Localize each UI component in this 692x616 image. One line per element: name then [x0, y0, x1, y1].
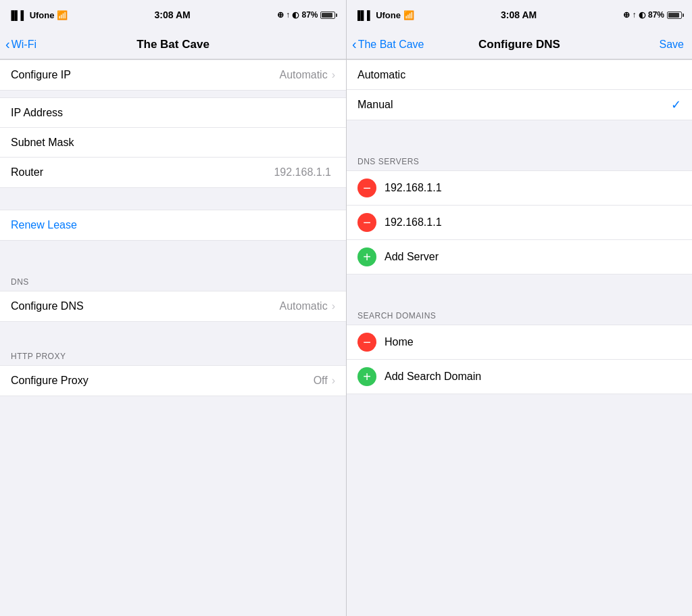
back-button-right[interactable]: ‹ The Bat Cave [352, 38, 424, 51]
dns-mode-group: Automatic Manual ✓ [347, 60, 692, 120]
add-server-icon[interactable]: + [357, 247, 376, 266]
minus-icon-0: − [363, 181, 371, 195]
dns-servers-header: DNS SERVERS [347, 142, 692, 170]
dns-mode-automatic-label: Automatic [357, 69, 681, 81]
configure-ip-label: Configure IP [11, 69, 280, 81]
battery-percent-right: 87% [648, 10, 664, 20]
remove-dns-server-1-icon[interactable]: − [357, 213, 376, 232]
ip-address-label: IP Address [11, 107, 335, 119]
configure-dns-row[interactable]: Configure DNS Automatic › [0, 291, 346, 321]
panel-left: ‹ Wi-Fi The Bat Cave Configure IP Automa… [0, 30, 346, 616]
location-icon-left: ⊕ ↑ ◐ [277, 10, 299, 20]
spacer-r1 [347, 120, 692, 127]
add-server-label: Add Server [385, 251, 681, 263]
ip-address-row: IP Address [0, 98, 346, 128]
dns-mode-automatic-row[interactable]: Automatic [347, 60, 692, 90]
signal-bars-right: ▐▌▌ [355, 10, 374, 20]
configure-ip-row[interactable]: Configure IP Automatic › [0, 60, 346, 90]
add-search-domain-row[interactable]: + Add Search Domain [347, 360, 692, 394]
plus-icon-server: + [363, 250, 371, 264]
dns-section-header: DNS [0, 262, 346, 291]
dns-server-ip-1: 192.168.1.1 [385, 216, 681, 229]
renew-lease-row[interactable]: Renew Lease [0, 210, 346, 240]
remove-dns-server-0-icon[interactable]: − [357, 179, 376, 197]
panels: ‹ Wi-Fi The Bat Cave Configure IP Automa… [0, 30, 692, 616]
carrier-name-left: Ufone [30, 10, 55, 20]
router-value: 192.168.1.1 [274, 166, 331, 179]
back-label-right: The Bat Cave [358, 39, 424, 51]
configure-ip-group: Configure IP Automatic › [0, 60, 346, 91]
back-label-left: Wi-Fi [11, 39, 36, 51]
time-right: 3:08 AM [501, 9, 537, 20]
nav-title-left: The Bat Cave [137, 38, 209, 51]
settings-list-right: Automatic Manual ✓ DNS SERVERS − 192.168… [347, 60, 692, 616]
separator-r1 [347, 127, 692, 142]
back-button-left[interactable]: ‹ Wi-Fi [5, 38, 36, 51]
ip-info-group: IP Address Subnet Mask Router 192.168.1.… [0, 97, 346, 188]
add-server-row[interactable]: + Add Server [347, 240, 692, 274]
battery-area-left: ⊕ ↑ ◐ 87% [277, 10, 338, 20]
dns-servers-group: − 192.168.1.1 − 192.168.1.1 + Add Server [347, 170, 692, 275]
location-icon-right: ⊕ ↑ ◐ [623, 10, 645, 20]
wifi-icon-left: 📶 [57, 10, 68, 20]
configure-dns-group: Configure DNS Automatic › [0, 291, 346, 322]
battery-icon-right [667, 11, 684, 19]
search-domain-row-0[interactable]: − Home [347, 325, 692, 360]
add-search-domain-icon[interactable]: + [357, 367, 376, 386]
nav-title-right: Configure DNS [478, 38, 560, 51]
configure-dns-chevron: › [332, 300, 335, 312]
add-search-domain-label: Add Search Domain [385, 371, 681, 383]
signal-bars-left: ▐▌▌ [8, 10, 27, 20]
panel-right: ‹ The Bat Cave Configure DNS Save Automa… [346, 30, 692, 616]
remove-domain-0-icon[interactable]: − [357, 333, 376, 352]
nav-bar-right: ‹ The Bat Cave Configure DNS Save [347, 30, 692, 60]
dns-mode-manual-row[interactable]: Manual ✓ [347, 90, 692, 120]
spacer-r2 [347, 275, 692, 281]
separator-r2 [347, 281, 692, 296]
dns-server-ip-0: 192.168.1.1 [385, 182, 681, 194]
back-chevron-left: ‹ [5, 37, 10, 51]
subnet-mask-row: Subnet Mask [0, 128, 346, 158]
carrier-signal-right: ▐▌▌ Ufone 📶 [355, 10, 414, 20]
separator-3 [0, 322, 346, 337]
battery-icon-left [320, 11, 337, 19]
search-domain-name-0: Home [385, 336, 681, 348]
configure-ip-chevron: › [332, 69, 335, 81]
configure-proxy-row[interactable]: Configure Proxy Off › [0, 366, 346, 396]
minus-icon-domain-0: − [363, 335, 371, 349]
search-domains-group: − Home + Add Search Domain [347, 325, 692, 394]
dns-server-row-1[interactable]: − 192.168.1.1 [347, 206, 692, 240]
dns-server-row-0[interactable]: − 192.168.1.1 [347, 171, 692, 206]
configure-dns-value: Automatic [280, 300, 328, 312]
time-left: 3:08 AM [155, 9, 191, 20]
battery-area-right: ⊕ ↑ ◐ 87% [623, 10, 684, 20]
http-section-header: HTTP PROXY [0, 337, 346, 365]
separator-2 [0, 247, 346, 262]
configure-proxy-label: Configure Proxy [11, 375, 314, 387]
settings-list-left: Configure IP Automatic › IP Address Subn… [0, 60, 346, 616]
carrier-name-right: Ufone [376, 10, 401, 20]
spacer-2 [0, 188, 346, 195]
status-bar-right: ▐▌▌ Ufone 📶 3:08 AM ⊕ ↑ ◐ 87% [346, 0, 693, 30]
router-row: Router 192.168.1.1 [0, 158, 346, 187]
spacer-3 [0, 241, 346, 247]
battery-percent-left: 87% [301, 10, 318, 20]
configure-dns-label: Configure DNS [11, 300, 280, 312]
carrier-signal-left: ▐▌▌ Ufone 📶 [8, 10, 68, 20]
status-bar-left: ▐▌▌ Ufone 📶 3:08 AM ⊕ ↑ ◐ 87% [0, 0, 346, 30]
router-label: Router [11, 166, 274, 179]
separator-1 [0, 195, 346, 210]
back-chevron-right: ‹ [352, 37, 357, 51]
dns-mode-manual-check: ✓ [671, 97, 681, 112]
save-button[interactable]: Save [660, 39, 684, 51]
dns-mode-manual-label: Manual [357, 99, 666, 111]
status-bar: ▐▌▌ Ufone 📶 3:08 AM ⊕ ↑ ◐ 87% ▐▌▌ Ufone … [0, 0, 692, 30]
minus-icon-1: − [363, 216, 371, 229]
configure-proxy-value: Off [314, 375, 328, 387]
subnet-mask-label: Subnet Mask [11, 137, 335, 149]
wifi-icon-right: 📶 [403, 10, 414, 20]
configure-proxy-group: Configure Proxy Off › [0, 365, 346, 396]
configure-ip-value: Automatic [280, 69, 328, 81]
configure-proxy-chevron: › [332, 375, 335, 387]
renew-lease-label: Renew Lease [11, 219, 335, 231]
